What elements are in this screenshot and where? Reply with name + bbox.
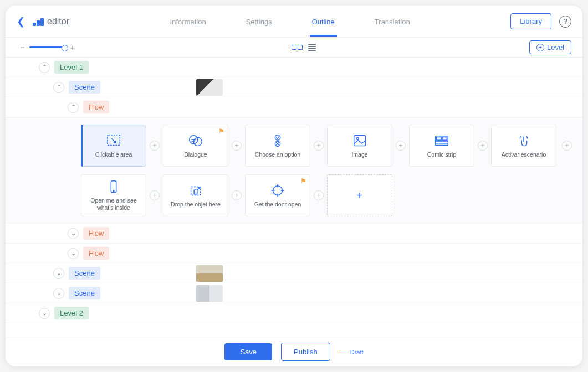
card-label: Open me and see what's inside xyxy=(81,197,146,211)
logo-text: editor xyxy=(47,17,69,27)
connector-button[interactable]: + xyxy=(232,190,242,200)
card-label: Drop the objet here xyxy=(168,201,223,208)
card-get-door[interactable]: ⚑ Get the door open xyxy=(245,174,310,216)
connector-button[interactable]: + xyxy=(396,141,406,151)
tab-translation[interactable]: Translation xyxy=(372,7,412,37)
card-add-new[interactable]: + xyxy=(327,174,392,216)
card-label: Activar escenario xyxy=(499,151,549,158)
card-label: Get the door open xyxy=(252,201,304,208)
collapse-toggle[interactable]: ⌃ xyxy=(53,82,64,93)
flag-icon: ⚑ xyxy=(300,177,306,185)
tab-settings[interactable]: Settings xyxy=(244,7,274,37)
row-scene-2: ⌄ Scene xyxy=(6,264,582,283)
scene-chip[interactable]: Scene xyxy=(69,267,100,280)
zoom-out-button[interactable]: − xyxy=(17,43,28,52)
tab-outline[interactable]: Outline xyxy=(310,7,337,37)
row-level-1: ⌃ Level 1 xyxy=(6,58,582,78)
card-drop-here[interactable]: Drop the objet here xyxy=(163,174,228,216)
row-flow-open: ⌃ Flow xyxy=(6,97,582,117)
card-open-me[interactable]: Open me and see what's inside xyxy=(81,174,146,216)
zoom-in-button[interactable]: + xyxy=(67,43,79,52)
card-label: Comic strip xyxy=(425,151,459,158)
connector-button[interactable]: + xyxy=(150,141,160,151)
cards-area: Clickable area + ⚑ Dialogue + Choose an … xyxy=(6,117,582,224)
outline-content: ⌃ Level 1 ⌃ Scene ⌃ Flow Clickable area xyxy=(6,58,582,337)
level-chip[interactable]: Level 2 xyxy=(54,307,89,319)
add-level-button[interactable]: + Level xyxy=(529,40,571,54)
svg-rect-9 xyxy=(354,135,366,146)
flow-chip[interactable]: Flow xyxy=(83,227,109,240)
tab-information[interactable]: Information xyxy=(168,7,208,37)
connector-button[interactable]: + xyxy=(232,141,242,151)
card-row-1: Clickable area + ⚑ Dialogue + Choose an … xyxy=(58,125,576,167)
zoom-slider[interactable] xyxy=(29,46,66,48)
card-comic-strip[interactable]: Comic strip xyxy=(409,125,474,167)
row-scene-3: ⌄ Scene xyxy=(6,283,582,303)
row-flow-3: ⌄ Flow xyxy=(6,244,582,264)
scene-thumbnail[interactable] xyxy=(196,79,223,96)
app-frame: ❮ editor Information Settings Outline Tr… xyxy=(6,6,582,366)
footer: Save Publish Draft xyxy=(6,337,582,366)
draft-status: Draft xyxy=(339,349,364,355)
row-flow-2: ⌄ Flow xyxy=(6,224,582,244)
flag-icon: ⚑ xyxy=(218,127,224,135)
choice-icon xyxy=(269,133,286,148)
list-view-icon[interactable] xyxy=(308,44,316,51)
svg-point-10 xyxy=(356,137,359,140)
library-button[interactable]: Library xyxy=(510,13,551,29)
card-label: Clickable area xyxy=(93,151,135,158)
card-row-2: Open me and see what's inside + Drop the… xyxy=(58,174,576,216)
svg-rect-13 xyxy=(442,137,447,140)
target-icon xyxy=(269,183,286,198)
card-dialogue[interactable]: ⚑ Dialogue xyxy=(163,125,228,167)
collapse-toggle[interactable]: ⌄ xyxy=(68,248,79,259)
collapse-toggle[interactable]: ⌃ xyxy=(68,102,79,113)
scene-chip[interactable]: Scene xyxy=(69,287,100,299)
plus-circle-icon: + xyxy=(536,44,544,51)
flow-chip[interactable]: Flow xyxy=(83,101,109,113)
collapse-toggle[interactable]: ⌄ xyxy=(53,268,64,279)
card-activar-escenario[interactable]: Activar escenario xyxy=(491,125,556,167)
image-icon xyxy=(351,133,368,148)
top-nav: Information Settings Outline Translation xyxy=(69,7,510,37)
cursor-icon xyxy=(105,133,122,148)
add-level-label: Level xyxy=(547,43,564,51)
collapse-toggle[interactable]: ⌄ xyxy=(53,288,64,299)
publish-button[interactable]: Publish xyxy=(281,343,330,361)
svg-rect-12 xyxy=(437,137,441,140)
level-chip[interactable]: Level 1 xyxy=(54,61,89,74)
drop-icon xyxy=(187,183,204,198)
comic-icon xyxy=(433,133,450,148)
app-logo: editor xyxy=(33,17,69,27)
top-bar: ❮ editor Information Settings Outline Tr… xyxy=(6,6,582,38)
top-right: Library ? xyxy=(510,13,571,29)
flow-chip[interactable]: Flow xyxy=(83,247,109,260)
connector-button[interactable]: + xyxy=(478,141,488,151)
tap-icon xyxy=(515,133,532,148)
help-icon[interactable]: ? xyxy=(559,16,571,28)
connector-button[interactable]: + xyxy=(314,141,324,151)
connector-button[interactable]: + xyxy=(314,190,324,200)
svg-rect-19 xyxy=(194,190,197,194)
connector-button[interactable]: + xyxy=(562,141,572,151)
connector-button[interactable]: + xyxy=(150,190,160,200)
card-choose-option[interactable]: Choose an option xyxy=(245,125,310,167)
scene-thumbnail[interactable] xyxy=(196,265,223,282)
row-level-2: ⌄ Level 2 xyxy=(6,303,582,323)
scene-chip[interactable]: Scene xyxy=(69,81,100,94)
row-scene: ⌃ Scene xyxy=(6,78,582,97)
card-clickable-area[interactable]: Clickable area xyxy=(81,125,146,167)
svg-point-17 xyxy=(113,190,114,192)
scene-thumbnail[interactable] xyxy=(196,285,223,302)
card-view-icon[interactable] xyxy=(292,45,303,50)
save-button[interactable]: Save xyxy=(224,343,272,360)
card-label: Choose an option xyxy=(253,151,303,158)
card-image[interactable]: Image xyxy=(327,125,392,167)
tool-bar: − + + Level xyxy=(6,38,582,58)
collapse-toggle[interactable]: ⌄ xyxy=(39,308,50,319)
collapse-toggle[interactable]: ⌄ xyxy=(68,228,79,239)
back-button[interactable]: ❮ xyxy=(17,16,25,28)
collapse-toggle[interactable]: ⌃ xyxy=(39,62,50,73)
card-label: Image xyxy=(349,151,370,158)
view-toggles xyxy=(79,44,529,51)
